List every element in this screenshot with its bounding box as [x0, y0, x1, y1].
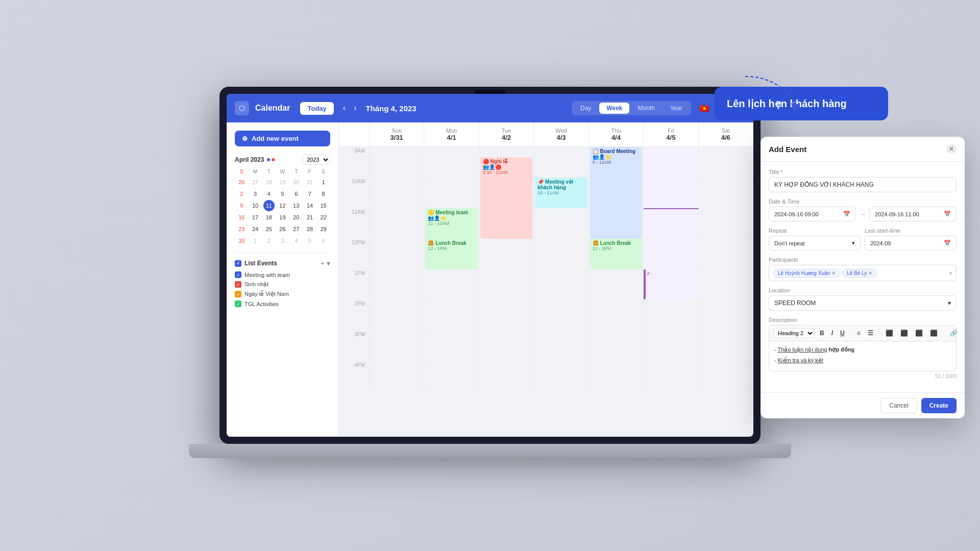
cal-cell-sat-12[interactable] [699, 239, 753, 269]
mini-cal-cell[interactable]: 20 [290, 212, 302, 223]
cal-cell-sat-2[interactable] [699, 300, 753, 331]
mini-cal-cell[interactable]: 7 [304, 188, 315, 199]
add-event-button[interactable]: ⊕ Add new event [235, 131, 330, 146]
cal-cell-mon-3[interactable] [424, 331, 479, 361]
mini-cal-cell[interactable]: 29 [318, 223, 329, 235]
cal-cell-mon-1[interactable] [424, 269, 479, 300]
cal-cell-sun-4[interactable] [370, 361, 424, 392]
cat-checkbox-tgl[interactable]: ✓ [235, 300, 241, 307]
mini-cal-cell[interactable]: 21 [304, 212, 315, 223]
mini-cal-cell[interactable]: 31 [304, 177, 315, 188]
mini-cal-cell[interactable]: 5 [304, 235, 315, 246]
cal-cell-mon-11[interactable]: 🟡 Meeting team 👥👤⭐ 11 - 12AM [424, 208, 479, 239]
cal-cell-sun-1[interactable] [370, 269, 424, 300]
mini-cal-cell[interactable]: 29 [277, 177, 288, 188]
align-justify-button[interactable]: ⬛ [928, 329, 940, 338]
mini-cal-cell[interactable]: 13 [290, 200, 302, 211]
align-right-button[interactable]: ⬛ [913, 329, 925, 338]
cal-cell-tue-4[interactable] [479, 361, 534, 392]
expand-categories-button[interactable]: ▾ [327, 259, 330, 267]
cal-cell-thu-3[interactable] [589, 331, 644, 361]
mini-cal-cell[interactable]: 1 [250, 235, 261, 246]
mini-cal-cell[interactable]: 17 [250, 212, 261, 223]
cal-cell-fri-9[interactable] [644, 147, 698, 178]
cal-cell-mon-12[interactable]: 🍔 Lunch Break 12 - 1PM [424, 239, 479, 269]
align-left-button[interactable]: ⬛ [884, 329, 895, 338]
repeat-select[interactable]: Don't repeat ▾ [769, 236, 861, 251]
participants-dropdown-arrow[interactable]: ▾ [949, 270, 952, 276]
location-input[interactable]: SPEED ROOM ▾ [769, 295, 957, 311]
event-meeting-kh[interactable]: 📌 Meeting với khách hàng 10 - 11AM [535, 178, 587, 208]
cal-cell-sun-2[interactable] [370, 300, 424, 331]
cal-cell-wed-10[interactable]: 📌 Meeting với khách hàng 10 - 11AM [534, 178, 589, 208]
italic-button[interactable]: I [829, 329, 835, 338]
event-lunch-thu[interactable]: 🍔 Lunch Break 12 - 1PM [590, 239, 642, 269]
mini-cal-cell[interactable]: 1 [318, 177, 329, 188]
cal-cell-thu-1[interactable] [589, 269, 644, 300]
list-ordered-button[interactable]: ≡ [855, 329, 863, 338]
cal-cell-sun-10[interactable] [370, 178, 424, 208]
mini-cal-cell[interactable]: 10 [250, 200, 261, 211]
mini-cal-cell[interactable]: 16 [236, 212, 247, 223]
cal-cell-fri-11[interactable] [644, 208, 698, 239]
strikethrough-button[interactable]: S [963, 329, 965, 338]
cat-checkbox-holiday[interactable]: ✓ [235, 291, 241, 297]
view-week-button[interactable]: Week [599, 103, 629, 114]
cal-cell-mon-4[interactable] [424, 361, 479, 392]
mini-cal-cell[interactable]: 8 [318, 188, 329, 199]
language-flag[interactable]: 🇻🇳 [697, 101, 712, 115]
prev-arrow[interactable]: ‹ [340, 103, 349, 114]
cal-cell-tue-2[interactable] [479, 300, 534, 331]
mini-cal-cell[interactable]: 19 [277, 212, 288, 223]
cal-cell-mon-2[interactable] [424, 300, 479, 331]
mini-cal-cell[interactable]: 28 [304, 223, 315, 235]
mini-cal-cell[interactable]: 28 [263, 177, 275, 188]
last-start-input[interactable]: 2024-09 📅 [865, 236, 957, 251]
remove-participant-1[interactable]: ✕ [831, 270, 836, 276]
cal-cell-sat-4[interactable] [699, 361, 753, 392]
create-button[interactable]: Create [921, 398, 957, 413]
cat-checkbox-meeting[interactable]: ✓ [235, 271, 241, 278]
cal-cell-sun-11[interactable] [370, 208, 424, 239]
list-events-checkbox[interactable]: ✓ [235, 260, 241, 267]
cal-cell-wed-2[interactable] [534, 300, 589, 331]
mini-cal-cell-today[interactable]: 11 [263, 200, 275, 211]
mini-cal-cell[interactable]: 3 [277, 235, 288, 246]
modal-close-button[interactable]: ✕ [946, 144, 957, 154]
underline-button[interactable]: U [838, 329, 847, 338]
next-arrow[interactable]: › [351, 103, 359, 114]
event-nghi-le[interactable]: 🔴 Nghi lễ 👥👤🔴 9:30 - 12AM [480, 157, 532, 239]
mini-cal-cell[interactable]: 23 [236, 223, 247, 235]
cal-cell-sun-9[interactable] [370, 147, 424, 178]
mini-cal-cell[interactable]: 4 [290, 235, 302, 246]
cal-cell-thu-9[interactable]: 📋 Board Meeting 👥👤⭐ 9 - 12AM [589, 147, 644, 178]
mini-cal-cell[interactable]: 24 [250, 223, 261, 235]
description-content[interactable]: - Thảo luận nội dung hợp đồng - Kiểm tra… [769, 341, 957, 371]
cal-cell-thu-4[interactable] [589, 361, 644, 392]
event-board-meeting[interactable]: 📋 Board Meeting 👥👤⭐ 9 - 12AM [590, 147, 642, 239]
cal-cell-sat-3[interactable] [699, 331, 753, 361]
view-day-button[interactable]: Day [573, 103, 598, 114]
mini-cal-cell[interactable]: 25 [263, 223, 275, 235]
mini-cal-cell[interactable]: 6 [290, 188, 302, 199]
add-category-button[interactable]: + [321, 259, 325, 267]
cal-cell-tue-12[interactable] [479, 239, 534, 269]
cal-cell-sun-3[interactable] [370, 331, 424, 361]
cal-cell-mon-10[interactable] [424, 178, 479, 208]
mini-cal-cell[interactable]: 5 [277, 188, 288, 199]
date-end-input[interactable]: 2024-09-16 11:00 📅 [869, 207, 957, 221]
mini-cal-cell[interactable]: 18 [263, 212, 275, 223]
date-start-input[interactable]: 2024-09-16 09:00 📅 [769, 207, 856, 221]
title-input[interactable] [769, 177, 957, 192]
align-center-button[interactable]: ⬛ [898, 329, 910, 338]
list-unordered-button[interactable]: ☰ [866, 329, 875, 338]
cal-cell-wed-9[interactable] [534, 147, 589, 178]
cal-cell-tue-1[interactable] [479, 269, 534, 300]
mini-cal-cell[interactable]: 2 [263, 235, 275, 246]
mini-cal-cell[interactable]: 26 [236, 177, 247, 188]
cal-cell-fri-12[interactable] [644, 239, 698, 269]
remove-participant-2[interactable]: ✕ [868, 270, 872, 276]
cal-cell-thu-2[interactable] [589, 300, 644, 331]
cal-cell-fri-3[interactable] [644, 331, 698, 361]
view-year-button[interactable]: Year [663, 103, 690, 114]
